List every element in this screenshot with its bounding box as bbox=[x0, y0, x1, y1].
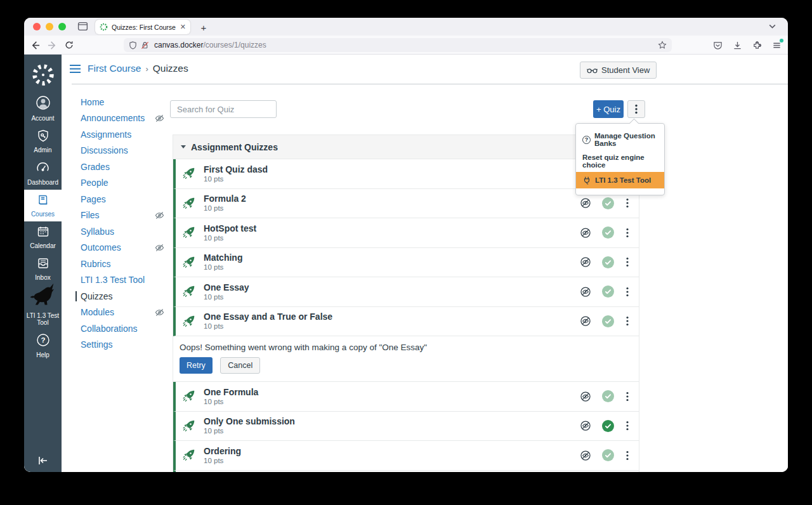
course-nav-item-grades[interactable]: Grades bbox=[81, 159, 164, 175]
published-check-icon[interactable] bbox=[602, 197, 614, 209]
download-icon[interactable] bbox=[733, 41, 742, 50]
quiz-row-kebab-icon[interactable] bbox=[625, 449, 630, 462]
eye-crossed-circle-icon[interactable] bbox=[580, 227, 591, 239]
insecure-lock-icon[interactable] bbox=[141, 41, 149, 49]
course-nav-item-discussions[interactable]: Discussions bbox=[81, 143, 164, 159]
quiz-row-kebab-icon[interactable] bbox=[625, 390, 630, 403]
published-check-icon[interactable] bbox=[602, 390, 614, 402]
extensions-puzzle-icon[interactable] bbox=[752, 41, 762, 50]
quiz-row-first-quiz-dasd[interactable]: First Quiz dasd 10 pts bbox=[173, 159, 639, 189]
tracking-shield-icon[interactable] bbox=[129, 41, 137, 49]
quiz-row-matching[interactable]: Matching 10 pts bbox=[173, 248, 639, 278]
eye-crossed-circle-icon[interactable] bbox=[580, 391, 591, 402]
close-tab-icon[interactable]: ✕ bbox=[180, 23, 186, 31]
sidebar-item-courses[interactable]: Courses bbox=[24, 190, 62, 221]
gauge-icon bbox=[36, 161, 49, 174]
zoom-window-button[interactable] bbox=[58, 23, 66, 30]
quiz-row-kebab-icon[interactable] bbox=[625, 285, 630, 298]
app-menu-icon[interactable] bbox=[772, 41, 782, 50]
course-nav-item-quizzes[interactable]: Quizzes bbox=[81, 288, 164, 305]
quiz-row-one-essay[interactable]: One Essay 10 pts bbox=[173, 277, 639, 307]
eye-crossed-circle-icon[interactable] bbox=[580, 450, 591, 461]
back-button[interactable] bbox=[30, 41, 40, 50]
new-quiz-button[interactable]: + Quiz bbox=[593, 100, 624, 118]
eye-crossed-circle-icon[interactable] bbox=[580, 197, 591, 209]
minimize-window-button[interactable] bbox=[46, 23, 53, 30]
eye-crossed-circle-icon[interactable] bbox=[580, 286, 591, 298]
new-quiz-rocket-icon bbox=[182, 390, 195, 403]
menu-item-manage-question-banks[interactable]: ?Manage Question Banks bbox=[576, 129, 664, 150]
course-nav-item-pages[interactable]: Pages bbox=[81, 191, 164, 207]
course-nav-item-lti-1-3-test-tool[interactable]: LTI 1.3 Test Tool bbox=[81, 272, 164, 289]
course-nav-item-announcements[interactable]: Announcements bbox=[81, 110, 164, 127]
sidebar-item-inbox[interactable]: Inbox bbox=[24, 253, 62, 285]
sidebar-item-admin[interactable]: Admin bbox=[24, 126, 62, 157]
course-nav-item-people[interactable]: People bbox=[81, 175, 164, 192]
sidebar-item-help[interactable]: ? Help bbox=[24, 330, 62, 362]
course-nav-item-settings[interactable]: Settings bbox=[81, 337, 164, 353]
breadcrumb-course-link[interactable]: First Course bbox=[88, 63, 141, 74]
menu-item-reset-quiz-engine-choice[interactable]: Reset quiz engine choice bbox=[576, 150, 664, 172]
sidebar-item-label: Inbox bbox=[25, 274, 61, 281]
reload-button[interactable] bbox=[65, 41, 74, 49]
quiz-info: One Essay 10 pts bbox=[204, 282, 249, 301]
course-nav-item-modules[interactable]: Modules bbox=[81, 305, 164, 321]
course-nav-item-assignments[interactable]: Assignments bbox=[81, 126, 164, 143]
student-view-button[interactable]: Student View bbox=[580, 62, 657, 79]
pocket-icon[interactable] bbox=[713, 41, 723, 50]
quiz-row-only-one-submission[interactable]: Only One submission 10 pts bbox=[173, 412, 639, 442]
search-input[interactable] bbox=[170, 100, 277, 118]
sidebar-item-account[interactable]: Account bbox=[24, 93, 62, 126]
course-nav-item-collaborations[interactable]: Collaborations bbox=[81, 320, 164, 337]
quiz-row-kebab-icon[interactable] bbox=[625, 419, 630, 432]
hidden-from-students-icon bbox=[155, 308, 164, 317]
quiz-row-formula-2[interactable]: Formula 2 10 pts bbox=[173, 189, 639, 219]
menu-item-lti-1-3-test-tool[interactable]: LTI 1.3 Test Tool bbox=[576, 172, 664, 188]
list-tabs-chevron-icon[interactable] bbox=[768, 22, 776, 30]
close-window-button[interactable] bbox=[33, 23, 41, 30]
quiz-row-kebab-icon[interactable] bbox=[625, 256, 630, 268]
sidebar-item-lti-1-3-test-tool[interactable]: LTI 1.3 Test Tool bbox=[24, 285, 62, 330]
firefox-view-icon[interactable] bbox=[77, 21, 88, 32]
published-check-icon[interactable] bbox=[602, 256, 614, 268]
sidebar-item-calendar[interactable]: Calendar bbox=[24, 221, 62, 253]
published-check-icon[interactable] bbox=[602, 315, 614, 327]
quiz-row-kebab-icon[interactable] bbox=[625, 315, 630, 327]
quiz-group-header[interactable]: Assignment Quizzes bbox=[173, 135, 639, 159]
course-nav-item-syllabus[interactable]: Syllabus bbox=[81, 223, 164, 240]
published-check-icon[interactable] bbox=[602, 420, 614, 432]
retry-button[interactable]: Retry bbox=[180, 357, 213, 374]
window-controls bbox=[33, 23, 66, 30]
browser-tab[interactable]: Quizzes: First Course ✕ bbox=[95, 20, 190, 34]
course-nav-item-rubrics[interactable]: Rubrics bbox=[81, 256, 164, 272]
course-nav-toggle-icon[interactable] bbox=[69, 64, 81, 74]
collapse-nav-button[interactable] bbox=[24, 456, 62, 466]
address-bar[interactable]: canvas.docker/courses/1/quizzes bbox=[124, 38, 672, 52]
bookmark-star-icon[interactable] bbox=[658, 41, 667, 49]
quiz-row-quiz-number-1[interactable]: Quiz Number 1 10 pts bbox=[173, 471, 639, 473]
quiz-row-kebab-icon[interactable] bbox=[625, 197, 630, 209]
quiz-row-hotspot-test[interactable]: HotSpot test 10 pts bbox=[173, 218, 639, 248]
quiz-row-kebab-icon[interactable] bbox=[625, 226, 630, 239]
help-circle-icon: ? bbox=[36, 333, 50, 347]
course-nav-label: Discussions bbox=[81, 145, 128, 155]
cancel-button[interactable]: Cancel bbox=[220, 357, 260, 374]
canvas-logo-icon[interactable] bbox=[24, 57, 62, 93]
course-nav-item-home[interactable]: Home bbox=[81, 94, 164, 110]
forward-button[interactable] bbox=[48, 41, 57, 50]
new-tab-button[interactable]: + bbox=[197, 20, 211, 34]
quiz-title: First Quiz dasd bbox=[204, 164, 268, 174]
quiz-row-one-formula[interactable]: One Formula 10 pts bbox=[173, 382, 639, 412]
eye-crossed-circle-icon[interactable] bbox=[580, 256, 591, 268]
eye-crossed-circle-icon[interactable] bbox=[580, 315, 591, 327]
quiz-row-ordering[interactable]: Ordering 10 pts bbox=[173, 441, 639, 471]
course-nav-item-outcomes[interactable]: Outcomes bbox=[81, 240, 164, 256]
eye-crossed-circle-icon[interactable] bbox=[580, 420, 591, 431]
quiz-row-one-essay-and-a-true-or-false[interactable]: One Essay and a True or False 10 pts bbox=[173, 307, 639, 337]
sidebar-item-dashboard[interactable]: Dashboard bbox=[24, 157, 62, 190]
published-check-icon[interactable] bbox=[602, 226, 614, 239]
course-nav-item-files[interactable]: Files bbox=[81, 207, 164, 224]
published-check-icon[interactable] bbox=[602, 449, 614, 461]
quiz-options-kebab-button[interactable] bbox=[627, 100, 645, 118]
published-check-icon[interactable] bbox=[602, 285, 614, 298]
